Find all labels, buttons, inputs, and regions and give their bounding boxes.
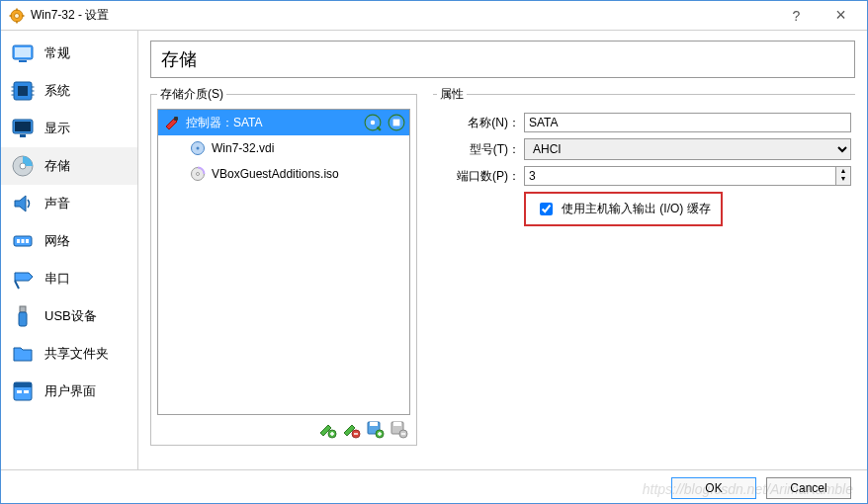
sidebar-item-network[interactable]: 网络 [1,222,137,260]
tree-controller-label: 控制器：SATA [186,115,358,131]
sidebar-item-label: 系统 [44,82,70,100]
sidebar-item-general[interactable]: 常规 [1,35,137,72]
svg-rect-18 [15,122,31,131]
remove-controller-button[interactable] [341,419,361,439]
ok-button[interactable]: OK [671,477,756,499]
sidebar-item-label: 存储 [44,157,70,175]
dialog-button-bar: OK Cancel [1,469,867,504]
svg-rect-3 [16,21,18,24]
storage-tree-legend: 存储介质(S) [157,86,226,103]
svg-rect-27 [19,312,27,326]
main-panel: 存储 存储介质(S) 控制器：SATA [138,31,867,469]
sidebar-item-label: 用户界面 [44,382,96,400]
client-area: 常规 系统 显示 存储 声音 网络 串口 USB设备 [1,31,867,469]
sidebar-item-usb[interactable]: USB设备 [1,297,137,335]
svg-rect-44 [370,422,378,426]
sidebar-item-shared-folders[interactable]: 共享文件夹 [1,335,137,373]
ports-label: 端口数(P)： [437,168,524,185]
titlebar-close-button[interactable]: × [819,1,863,30]
io-cache-checkbox[interactable] [540,203,553,215]
category-sidebar: 常规 系统 显示 存储 声音 网络 串口 USB设备 [1,31,138,469]
sidebar-item-label: 串口 [44,270,70,288]
svg-rect-4 [10,15,13,17]
tree-controller-row[interactable]: 控制器：SATA [158,110,409,135]
svg-rect-7 [15,47,31,57]
controller-add-disk-button[interactable] [364,114,382,131]
svg-rect-31 [24,390,29,393]
sidebar-item-storage[interactable]: 存储 [1,147,137,185]
system-icon [11,79,35,103]
usb-icon [11,304,35,328]
page-title-box: 存储 [150,41,855,78]
titlebar-help-button[interactable]: ? [774,1,819,30]
svg-point-21 [20,163,26,169]
svg-rect-23 [17,239,20,243]
page-title: 存储 [161,49,197,69]
sidebar-item-label: 声音 [44,195,70,212]
hard-disk-icon [190,140,206,156]
model-label: 型号(T)： [437,141,524,158]
app-icon [9,8,25,24]
sidebar-item-label: 网络 [44,232,70,250]
name-input[interactable] [524,113,851,132]
svg-rect-10 [18,86,28,96]
model-select[interactable]: AHCI [524,138,851,160]
general-icon [11,42,35,65]
controller-icon [164,115,180,130]
svg-rect-25 [26,239,29,243]
sidebar-item-label: 显示 [44,120,70,137]
tree-disk-label: Win7-32.vdi [212,141,409,155]
svg-rect-5 [22,15,25,17]
display-icon [11,117,35,140]
close-icon: × [835,5,846,26]
cancel-button[interactable]: Cancel [766,477,851,499]
svg-rect-8 [19,60,27,62]
add-controller-button[interactable] [317,419,337,439]
controller-add-optical-button[interactable] [388,114,405,131]
sidebar-item-label: 共享文件夹 [44,345,109,363]
tree-toolbar [157,415,410,439]
svg-point-40 [197,173,200,176]
svg-rect-47 [393,422,401,426]
ports-input[interactable] [524,166,835,186]
tree-disk-row[interactable]: Win7-32.vdi [158,135,409,161]
svg-point-1 [15,13,20,18]
svg-rect-24 [22,239,25,243]
storage-tree-fieldset: 存储介质(S) 控制器：SATA Win7-32.vdi [150,86,417,446]
sidebar-item-serial[interactable]: 串口 [1,260,137,297]
svg-rect-26 [20,306,26,312]
svg-rect-32 [174,117,178,121]
serial-icon [11,267,35,291]
svg-rect-36 [393,120,400,126]
tree-optical-row[interactable]: VBoxGuestAdditions.iso [158,161,409,187]
sidebar-item-label: USB设备 [44,307,97,325]
attributes-legend: 属性 [437,86,467,103]
window-title: Win7-32 - 设置 [31,7,774,24]
tree-optical-label: VBoxGuestAdditions.iso [212,167,409,181]
remove-attachment-button[interactable] [389,419,408,439]
network-icon [11,229,35,253]
attributes-fieldset: 属性 名称(N)： 型号(T)： AHCI [433,86,855,230]
add-attachment-button[interactable] [365,419,385,439]
storage-icon [11,154,35,178]
svg-point-38 [197,147,200,150]
io-cache-highlight: 使用主机输入输出 (I/O) 缓存 [524,192,723,226]
user-interface-icon [11,379,35,403]
sidebar-item-display[interactable]: 显示 [1,110,137,147]
sidebar-item-system[interactable]: 系统 [1,72,137,110]
svg-rect-29 [14,382,32,387]
io-cache-label: 使用主机输入输出 (I/O) 缓存 [562,201,711,217]
audio-icon [11,192,35,215]
ports-spinner[interactable]: ▲▼ [835,166,851,186]
storage-tree[interactable]: 控制器：SATA Win7-32.vdi VBoxGuestAdditions.… [157,109,410,415]
name-label: 名称(N)： [437,115,524,131]
sidebar-item-user-interface[interactable]: 用户界面 [1,373,137,410]
svg-rect-2 [16,8,18,11]
svg-point-34 [371,121,376,126]
optical-disk-icon [190,166,206,182]
svg-rect-30 [17,390,22,393]
titlebar: Win7-32 - 设置 ? × [1,1,867,31]
sidebar-item-label: 常规 [44,44,70,62]
svg-rect-19 [20,134,26,137]
sidebar-item-audio[interactable]: 声音 [1,185,137,222]
